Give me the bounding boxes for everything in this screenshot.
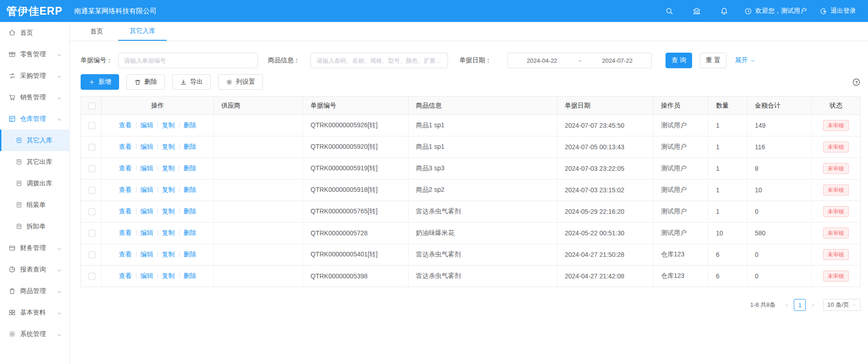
copy-link[interactable]: 复制 bbox=[162, 272, 175, 279]
status-badge: 未审核 bbox=[823, 163, 849, 174]
cell-date: 2024-04-27 21:50:28 bbox=[557, 244, 654, 266]
edit-link[interactable]: 编辑 bbox=[141, 186, 153, 193]
reset-button[interactable]: 重 置 bbox=[700, 53, 726, 68]
cell-bill-no: QTRK00000005926[转] bbox=[303, 115, 409, 136]
company-name: 南通某某网络科技有限公司 bbox=[74, 7, 157, 16]
sidebar-item-system[interactable]: 系统管理 bbox=[0, 323, 69, 345]
export-button[interactable]: 导出 bbox=[172, 74, 211, 90]
edit-link[interactable]: 编辑 bbox=[141, 143, 153, 150]
delete-button[interactable]: 删除 bbox=[126, 74, 165, 90]
gear-icon bbox=[226, 79, 233, 86]
welcome-user[interactable]: 欢迎您，测试用户 bbox=[744, 7, 807, 15]
select-all-checkbox[interactable] bbox=[88, 103, 95, 109]
sidebar-item-disassembly[interactable]: 拆卸单 bbox=[0, 216, 69, 237]
view-link[interactable]: 查看 bbox=[119, 164, 132, 172]
chevron-up-icon bbox=[57, 116, 62, 121]
delete-link[interactable]: 删除 bbox=[184, 143, 197, 150]
next-page-icon[interactable]: › bbox=[808, 301, 818, 309]
cell-supplier bbox=[214, 115, 303, 136]
copy-link[interactable]: 复制 bbox=[162, 229, 175, 236]
cell-supplier bbox=[214, 244, 303, 266]
prev-page-icon[interactable]: ‹ bbox=[782, 301, 791, 309]
row-checkbox[interactable] bbox=[88, 273, 95, 280]
view-link[interactable]: 查看 bbox=[119, 143, 132, 150]
bill-no-input[interactable] bbox=[118, 53, 258, 68]
delete-link[interactable]: 删除 bbox=[184, 186, 197, 193]
document-icon bbox=[16, 137, 22, 144]
delete-link[interactable]: 删除 bbox=[184, 207, 197, 215]
copy-link[interactable]: 复制 bbox=[162, 121, 175, 129]
delete-link[interactable]: 删除 bbox=[184, 164, 197, 172]
page-size-select[interactable]: 10 条/页 bbox=[823, 299, 861, 311]
delete-link[interactable]: 删除 bbox=[184, 229, 197, 236]
view-link[interactable]: 查看 bbox=[119, 121, 132, 129]
tab-other-inbound[interactable]: 其它入库 bbox=[118, 22, 167, 41]
view-link[interactable]: 查看 bbox=[119, 250, 132, 258]
copy-link[interactable]: 复制 bbox=[162, 250, 175, 258]
edit-link[interactable]: 编辑 bbox=[141, 272, 153, 279]
product-info-input[interactable] bbox=[311, 53, 448, 68]
add-button[interactable]: 新增 bbox=[81, 74, 119, 90]
sidebar-item-other-outbound[interactable]: 其它出库 bbox=[0, 151, 69, 173]
view-link[interactable]: 查看 bbox=[119, 229, 132, 236]
bank-icon[interactable] bbox=[693, 7, 701, 15]
logout-button[interactable]: 退出登录 bbox=[819, 7, 856, 15]
row-checkbox[interactable] bbox=[88, 122, 95, 129]
cell-amount: 116 bbox=[748, 136, 812, 158]
help-icon[interactable]: ? bbox=[852, 78, 861, 87]
column-settings-button[interactable]: 列设置 bbox=[218, 74, 263, 90]
sidebar-item-assembly[interactable]: 组装单 bbox=[0, 194, 69, 216]
table-row: 查看编辑复制删除 QTRK00000005920[转] 商品1 sp1 2024… bbox=[81, 136, 861, 158]
svg-text:?: ? bbox=[855, 80, 858, 85]
sidebar-item-retail[interactable]: 零售管理 bbox=[0, 43, 69, 65]
copy-link[interactable]: 复制 bbox=[162, 207, 175, 215]
copy-link[interactable]: 复制 bbox=[162, 164, 175, 172]
cell-operator: 测试用户 bbox=[654, 179, 709, 201]
edit-link[interactable]: 编辑 bbox=[141, 121, 153, 129]
sidebar-item-warehouse[interactable]: 仓库管理 bbox=[0, 108, 69, 130]
col-header-qty: 数量 bbox=[709, 97, 748, 115]
row-checkbox[interactable] bbox=[88, 144, 95, 151]
status-badge: 未审核 bbox=[823, 271, 849, 282]
copy-link[interactable]: 复制 bbox=[162, 186, 175, 193]
edit-link[interactable]: 编辑 bbox=[141, 250, 153, 258]
sidebar-item-finance[interactable]: 财务管理 bbox=[0, 237, 69, 259]
view-link[interactable]: 查看 bbox=[119, 207, 132, 215]
expand-label: 展开 bbox=[735, 56, 748, 65]
edit-link[interactable]: 编辑 bbox=[141, 164, 153, 172]
sidebar-item-homepage[interactable]: 首页 bbox=[0, 22, 69, 43]
pie-chart-icon bbox=[8, 266, 16, 273]
delete-link[interactable]: 删除 bbox=[184, 250, 197, 258]
edit-link[interactable]: 编辑 bbox=[141, 229, 153, 236]
row-checkbox[interactable] bbox=[88, 208, 95, 215]
date-range-picker[interactable]: 2024-04-22 ~ 2024-07-22 bbox=[508, 53, 652, 68]
row-checkbox[interactable] bbox=[88, 230, 95, 237]
records-table: 操作 供应商 单据编号 商品信息 单据日期 操作员 数量 金额合计 状态 查看 bbox=[81, 96, 861, 287]
sidebar-item-purchase[interactable]: 采购管理 bbox=[0, 65, 69, 87]
bell-icon[interactable] bbox=[720, 7, 728, 15]
expand-toggle[interactable]: 展开 bbox=[735, 56, 755, 65]
view-link[interactable]: 查看 bbox=[119, 272, 132, 279]
sidebar-item-transfer-outbound[interactable]: 调拨出库 bbox=[0, 173, 69, 194]
date-from-value[interactable]: 2024-04-22 bbox=[508, 57, 576, 64]
sidebar-item-basic-data[interactable]: 基本资料 bbox=[0, 302, 69, 323]
search-button[interactable]: 查 询 bbox=[666, 53, 692, 68]
page-number-button[interactable]: 1 bbox=[794, 299, 806, 311]
row-checkbox[interactable] bbox=[88, 187, 95, 194]
view-link[interactable]: 查看 bbox=[119, 186, 132, 193]
row-checkbox[interactable] bbox=[88, 165, 95, 172]
copy-link[interactable]: 复制 bbox=[162, 143, 175, 150]
row-checkbox[interactable] bbox=[88, 251, 95, 258]
product-info-label: 商品信息： bbox=[268, 56, 300, 65]
erp-app: 管伊佳ERP 南通某某网络科技有限公司 欢迎您，测试用户 退出登录 首页 bbox=[0, 0, 868, 364]
delete-link[interactable]: 删除 bbox=[184, 272, 197, 279]
date-to-value[interactable]: 2024-07-22 bbox=[583, 57, 651, 64]
delete-link[interactable]: 删除 bbox=[184, 121, 197, 129]
sidebar-item-sales[interactable]: 销售管理 bbox=[0, 87, 69, 108]
sidebar-item-other-inbound[interactable]: 其它入库 bbox=[0, 130, 69, 151]
edit-link[interactable]: 编辑 bbox=[141, 207, 153, 215]
search-icon[interactable] bbox=[665, 7, 673, 15]
tab-home[interactable]: 首页 bbox=[79, 22, 115, 41]
sidebar-item-reports[interactable]: 报表查询 bbox=[0, 259, 69, 280]
sidebar-item-products[interactable]: 商品管理 bbox=[0, 280, 69, 302]
